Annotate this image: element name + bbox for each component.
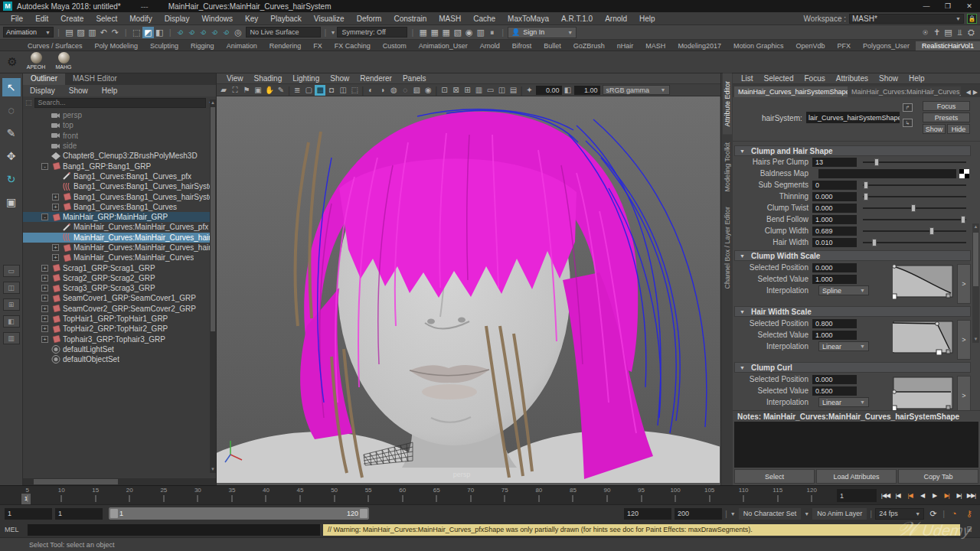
baldness-map-field[interactable]: [818, 169, 956, 178]
ae-tab[interactable]: MainHair_Curves:MainHair_Curves_pfxShape: [848, 86, 961, 97]
shelf-tab-openvdb[interactable]: OpenVdb: [789, 41, 831, 51]
menu-10[interactable]: Deform: [351, 15, 388, 23]
step-forward-frame-button[interactable]: ▶|: [953, 489, 965, 501]
isolate-select-icon[interactable]: ⊡: [439, 85, 449, 96]
expand-toggle-icon[interactable]: +: [41, 315, 48, 322]
shelf-tab-rendering[interactable]: Rendering: [263, 41, 308, 51]
select-tool[interactable]: ↖: [2, 78, 21, 96]
shelf-tab-rigging[interactable]: Rigging: [185, 41, 220, 51]
select-by-object-icon[interactable]: ◩: [142, 27, 154, 38]
hypershade-persp-layout[interactable]: ▥: [3, 332, 20, 344]
show-button[interactable]: Show: [923, 124, 946, 134]
tree-row[interactable]: +SeamCover1_GRP:SeamCover1_GRP: [23, 293, 216, 303]
shelf-tab-motion-graphics[interactable]: Motion Graphics: [727, 41, 790, 51]
attribute-value-field[interactable]: 0.000: [812, 263, 857, 272]
slider-thumb[interactable]: [874, 158, 879, 166]
side-tab-channel-box-layer-editor[interactable]: Channel Box / Layer Editor: [723, 199, 732, 297]
expand-toggle-icon[interactable]: +: [41, 325, 48, 332]
tree-row[interactable]: defaultObjectSet: [23, 354, 216, 364]
animation-end-field[interactable]: 200: [675, 508, 722, 520]
shelf-tab-gozbrush[interactable]: GoZBrush: [567, 41, 611, 51]
tree-row[interactable]: +Scrag2_GRP:Scrag2_GRP: [23, 273, 216, 283]
expand-toggle-icon[interactable]: +: [52, 194, 59, 201]
bookmark-icon[interactable]: ⚑: [241, 85, 252, 96]
xray-joints-icon[interactable]: ⊞: [462, 85, 472, 96]
render-settings-icon[interactable]: ▧: [452, 27, 463, 38]
tree-row[interactable]: +TopHair1_GRP:TopHair1_GRP: [23, 314, 216, 324]
lasso-tool[interactable]: ◌: [2, 101, 21, 119]
shelf-tab-poly-modeling[interactable]: Poly Modeling: [89, 41, 145, 51]
menu-set-select[interactable]: Animation ▼: [3, 27, 54, 37]
render-current-icon[interactable]: ▦: [429, 27, 440, 38]
menu-4[interactable]: Modify: [123, 15, 158, 23]
section-clump-and-hair-shape[interactable]: ▼Clump and Hair Shape: [734, 145, 971, 156]
ramp-curve-widget[interactable]: [893, 264, 954, 299]
tree-row[interactable]: defaultLightSet: [23, 344, 216, 354]
anim-layer-select[interactable]: No Anim Layer: [812, 508, 867, 520]
ramp-curve-widget[interactable]: [893, 376, 954, 410]
interpolation-select[interactable]: Linear▼: [818, 397, 869, 407]
mel-label[interactable]: MEL: [5, 526, 24, 533]
playback-end-field[interactable]: 120: [624, 508, 671, 520]
node-name-field[interactable]: lair_Curves_hairSystemShape: [806, 112, 900, 123]
expand-toggle-icon[interactable]: +: [52, 204, 59, 210]
tree-row[interactable]: +MainHair_Curves:MainHair_Curves: [23, 253, 216, 262]
gamma-field[interactable]: 1.00: [574, 86, 600, 95]
script-editor-icon[interactable]: ⌸: [963, 523, 975, 536]
close-button[interactable]: ✕: [959, 0, 980, 12]
rotate-tool[interactable]: ↻: [2, 170, 21, 188]
shelf-tab-realistichairvol1[interactable]: RealisticHairVol1: [916, 41, 980, 51]
bounding-box-icon[interactable]: ⬚: [349, 85, 360, 96]
ramp-expand-button[interactable]: >: [957, 264, 971, 304]
sign-in-button[interactable]: 👤 Sign In ▼: [508, 27, 577, 38]
menu-5[interactable]: Display: [158, 15, 196, 23]
outliner-persp-layout[interactable]: ◧: [3, 315, 20, 328]
menu-15[interactable]: A.R.T.1.0: [555, 15, 599, 23]
use-default-material-icon[interactable]: ◘: [326, 85, 337, 96]
outliner-menu-help[interactable]: Help: [95, 86, 125, 95]
side-tab-modeling-toolkit[interactable]: Modeling Toolkit: [723, 135, 732, 199]
tree-row[interactable]: front: [23, 131, 216, 141]
ae-menu-selected[interactable]: Selected: [759, 74, 799, 83]
outliner-tab-mash-editor[interactable]: MASH Editor: [65, 73, 125, 85]
select-by-component-icon[interactable]: ◧: [154, 27, 165, 38]
smooth-shade-icon[interactable]: ▢: [303, 85, 314, 96]
menu-14[interactable]: MaxToMaya: [501, 15, 555, 23]
expand-toggle-icon[interactable]: -: [41, 214, 48, 220]
current-frame-field[interactable]: 1: [837, 489, 877, 502]
menu-8[interactable]: Playback: [264, 15, 308, 23]
gate-mask-icon[interactable]: ◫: [496, 85, 507, 96]
undo-icon[interactable]: ↶: [98, 27, 109, 38]
camera-attributes-icon[interactable]: ⛶: [230, 85, 240, 96]
tree-row[interactable]: +Scrag1_GRP:Scrag1_GRP: [23, 262, 216, 272]
outliner-tab-outliner[interactable]: Outliner: [23, 73, 65, 85]
redo-icon[interactable]: ↷: [109, 27, 121, 38]
viewport-menu-panels[interactable]: Panels: [397, 74, 432, 83]
attribute-value-field[interactable]: 0.000: [812, 204, 857, 213]
expand-toggle-icon[interactable]: +: [52, 254, 59, 261]
channel-box-toggle-icon[interactable]: ▤: [942, 27, 954, 38]
attribute-value-field[interactable]: 0.800: [812, 319, 857, 328]
viewport-menu-show[interactable]: Show: [325, 74, 354, 83]
expand-toggle-icon[interactable]: +: [41, 295, 48, 302]
tree-row[interactable]: Bang1_Curves:Bang1_Curves_pfx: [23, 171, 216, 181]
shelf-tab-fx[interactable]: FX: [307, 41, 328, 51]
shelf-tab-arnold[interactable]: Arnold: [474, 41, 506, 51]
shelf-tab-bullet[interactable]: Bullet: [537, 41, 567, 51]
shelf-tab-custom[interactable]: Custom: [377, 41, 413, 51]
tree-row[interactable]: +TopHair2_GRP:TopHair2_GRP: [23, 324, 216, 334]
workspace-lock-icon[interactable]: 🔒: [967, 14, 977, 24]
tool-settings-toggle-icon[interactable]: ⛭: [965, 27, 977, 38]
texture-map-icon[interactable]: [959, 169, 969, 178]
menu-6[interactable]: Windows: [195, 15, 239, 23]
range-slider-track[interactable]: 1 120: [109, 507, 369, 520]
menu-9[interactable]: Visualize: [308, 15, 351, 23]
slider-thumb[interactable]: [872, 239, 877, 246]
play-forwards-button[interactable]: ▶: [929, 489, 940, 501]
slider-thumb[interactable]: [961, 216, 965, 223]
shelf-tab-sculpting[interactable]: Sculpting: [144, 41, 185, 51]
scroll-up-icon[interactable]: ▲: [210, 99, 216, 106]
ae-menu-focus[interactable]: Focus: [799, 74, 830, 83]
outliner-menu-show[interactable]: Show: [62, 86, 95, 95]
safe-action-icon[interactable]: ▤: [508, 85, 518, 96]
